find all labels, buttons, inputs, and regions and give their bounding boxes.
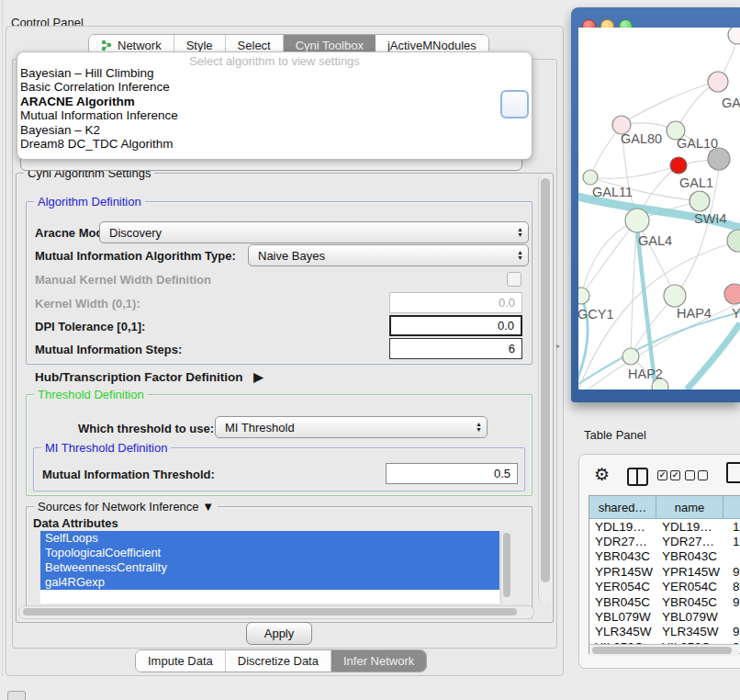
network-node-label: GAL11 — [592, 185, 633, 199]
panel-left-edge — [2, 0, 3, 676]
network-node[interactable] — [578, 288, 589, 304]
network-node-label: SWI4 — [694, 211, 726, 226]
table-cell: YPR145W — [589, 564, 656, 579]
settings-vertical-scrollbar[interactable] — [538, 175, 552, 603]
algorithm-option[interactable]: Mutual Information Inference — [19, 108, 530, 122]
table-cell: YBR045C — [656, 594, 723, 609]
tab-label: Discretize Data — [238, 654, 319, 668]
algorithm-option[interactable]: Basic Correlation Inference — [19, 80, 530, 94]
tab-impute-data[interactable]: Impute Data — [136, 650, 226, 672]
table-row[interactable]: YBR045CYBR045C9. — [589, 594, 740, 609]
algorithm-option[interactable]: Bayesian – K2 — [19, 123, 530, 137]
network-node-label: GAL80 — [621, 131, 662, 146]
settings-horizontal-scrollbar[interactable] — [18, 605, 534, 619]
table-body: YDL19…YDL19…13YDR27…YDR27…12YBR043CYBR04… — [589, 519, 740, 653]
field-value: 0.0 — [499, 296, 515, 310]
tab-label: Impute Data — [148, 654, 213, 668]
updown-arrows-icon: ▲▼ — [476, 422, 482, 433]
network-node[interactable] — [708, 72, 728, 92]
network-node[interactable] — [690, 191, 710, 211]
table-horizontal-scrollbar[interactable] — [589, 644, 739, 656]
table-row[interactable]: YER054CYER054C8. — [589, 580, 740, 594]
tab-label: Network — [118, 39, 162, 52]
table-cell — [723, 609, 740, 624]
attributes-scrollbar[interactable] — [500, 531, 511, 604]
deselect-all-checkbox-icon[interactable] — [698, 470, 708, 480]
chevron-down-icon[interactable]: ▼ — [202, 500, 214, 514]
table-row[interactable]: YBR043CYBR043C — [589, 549, 740, 564]
network-node-label: GAL1 — [679, 175, 713, 190]
select-all-checkbox-icon[interactable]: ✓ — [657, 470, 667, 480]
document-icon[interactable] — [726, 462, 740, 483]
network-node[interactable] — [664, 285, 686, 307]
dpi-tolerance-label: DPI Tolerance [0,1]: — [35, 320, 145, 333]
hub-definition-label: Hub/Transcription Factor Definition — [35, 370, 243, 384]
column-header[interactable]: A — [723, 496, 740, 519]
attribute-list-item[interactable]: gal4RGexp — [40, 575, 499, 590]
network-node[interactable] — [724, 284, 740, 304]
field-value: 0.0 — [498, 319, 514, 333]
group-title: MI Threshold Definition — [41, 441, 171, 455]
corner-mini-button[interactable] — [7, 691, 26, 700]
combo-focus-button[interactable] — [500, 90, 529, 119]
table-cell — [723, 549, 740, 564]
select-all-checkbox-icon[interactable]: ✓ — [670, 470, 680, 480]
which-threshold-combo[interactable]: MI Threshold ▲▼ — [215, 416, 488, 438]
sources-title: Sources for Network Inference — [38, 500, 199, 514]
network-node[interactable] — [728, 28, 740, 44]
algorithm-option[interactable]: Bayesian – Hill Climbing — [19, 66, 530, 80]
panel-splitter-handle[interactable]: ▸ — [556, 342, 560, 350]
mi-threshold-label: Mutual Information Threshold: — [42, 468, 215, 481]
table-row[interactable]: YDR27…YDR27…12 — [589, 534, 740, 548]
network-icon — [101, 40, 113, 51]
attribute-list-item[interactable]: SelfLoops — [40, 531, 499, 546]
deselect-all-checkbox-icon[interactable] — [685, 470, 695, 480]
mi-type-label: Mutual Information Algorithm Type: — [35, 249, 236, 263]
table-cell: YDR27… — [589, 534, 656, 548]
table-row[interactable]: YBL079WYBL079W — [589, 609, 740, 624]
network-node-label: GAL — [722, 96, 740, 110]
updown-arrows-icon: ▲▼ — [517, 227, 523, 238]
table-row[interactable]: YLR345WYLR345W9. — [589, 625, 740, 639]
mi-type-combo[interactable]: Naive Bayes ▲▼ — [248, 244, 529, 266]
table-row[interactable]: YDL19…YDL19…13 — [589, 519, 740, 534]
gear-icon[interactable]: ⚙ — [594, 464, 610, 485]
algorithm-option[interactable]: Dream8 DC_TDC Algorithm — [19, 137, 530, 151]
table-cell: YLR345W — [589, 625, 656, 639]
attribute-list-item[interactable]: TopologicalCoefficient — [40, 546, 499, 560]
hub-definition-toggle[interactable]: Hub/Transcription Factor Definition ▶ — [35, 369, 263, 384]
attribute-list-item[interactable]: BetweennessCentrality — [40, 560, 499, 575]
algorithm-option[interactable]: ARACNE Algorithm — [19, 95, 530, 108]
column-header[interactable]: name — [656, 496, 723, 519]
table-panel-title: Table Panel — [584, 428, 646, 442]
aracne-mode-combo[interactable]: Discovery ▲▼ — [99, 221, 529, 243]
column-header[interactable]: shared… — [589, 496, 656, 519]
network-node[interactable] — [622, 348, 639, 365]
split-columns-icon[interactable] — [627, 468, 648, 486]
dpi-tolerance-field[interactable]: 0.0 — [389, 315, 522, 336]
table-cell: YBR043C — [589, 549, 656, 564]
table-cell: YDR27… — [656, 534, 723, 548]
table-cell: YBR045C — [589, 594, 656, 609]
manual-kernel-checkbox[interactable] — [507, 272, 521, 287]
tab-label: jActiveMNodules — [387, 39, 477, 52]
network-canvas[interactable]: GALGAL80GAL10GAL11GAL1SWI4GAL4GCY1HAP4YH… — [578, 28, 740, 390]
table-cell: YER054C — [656, 580, 723, 594]
apply-button[interactable]: Apply — [246, 622, 312, 645]
tab-discretize-data[interactable]: Discretize Data — [226, 650, 331, 672]
kernel-width-label: Kernel Width (0,1): — [35, 297, 140, 310]
network-node[interactable] — [708, 148, 730, 170]
network-node[interactable] — [670, 157, 687, 174]
network-node[interactable] — [583, 170, 598, 185]
mi-threshold-field[interactable]: 0.5 — [386, 463, 518, 484]
mi-steps-field[interactable]: 6 — [389, 338, 522, 359]
kernel-width-field[interactable]: 0.0 — [389, 292, 522, 313]
network-node[interactable] — [727, 230, 740, 252]
tab-infer-network[interactable]: Infer Network — [331, 650, 426, 672]
table-row[interactable]: YPR145WYPR145W9. — [589, 564, 740, 579]
table-cell: YDL19… — [656, 519, 723, 534]
network-node[interactable] — [625, 209, 649, 232]
algorithm-list: Bayesian – Hill ClimbingBasic Correlatio… — [19, 66, 530, 151]
table-cell: 13 — [723, 519, 740, 534]
network-node-label: HAP4 — [677, 306, 712, 321]
